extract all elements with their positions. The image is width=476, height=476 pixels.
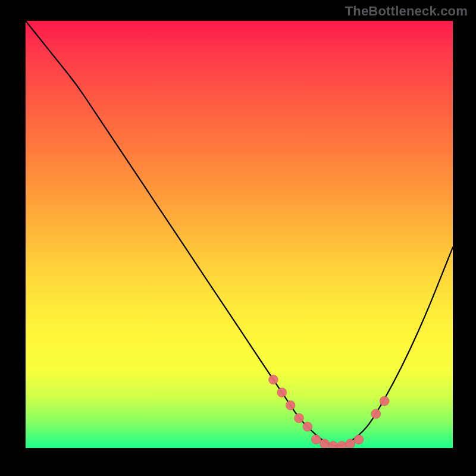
bottleneck-curve xyxy=(26,21,453,446)
series-layer xyxy=(26,21,453,448)
data-marker xyxy=(286,400,295,410)
data-marker xyxy=(311,435,321,444)
watermark-text: TheBottleneck.com xyxy=(345,4,468,19)
data-marker xyxy=(328,441,338,448)
plot-area xyxy=(26,21,453,448)
chart-frame: TheBottleneck.com xyxy=(0,0,476,476)
data-marker xyxy=(346,439,355,448)
data-marker xyxy=(380,396,389,406)
data-marker xyxy=(371,409,381,419)
data-marker xyxy=(277,388,287,397)
data-marker xyxy=(354,435,364,444)
data-marker xyxy=(295,414,304,423)
data-marker xyxy=(320,439,330,448)
data-marker xyxy=(268,375,278,384)
data-marker xyxy=(337,441,346,448)
data-marker xyxy=(303,422,312,431)
marker-group xyxy=(268,375,389,448)
